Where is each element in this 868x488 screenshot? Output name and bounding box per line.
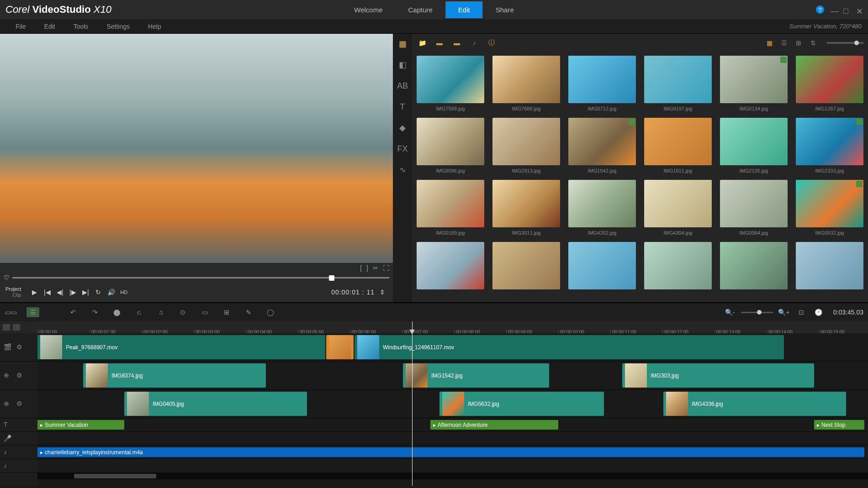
gear-icon[interactable]: ⚙	[16, 372, 25, 380]
zoom-in-icon[interactable]: 🔍+	[778, 307, 790, 317]
filter-fx-icon[interactable]: FX	[396, 142, 409, 155]
volume-icon[interactable]: 🔊	[106, 287, 116, 297]
timeline-tracks[interactable]: 00:00:0000:00:01:0000:00:02:0000:00:03:0…	[37, 321, 868, 486]
audio-filter-icon[interactable]: ♪	[469, 38, 480, 47]
title-icon[interactable]: T	[396, 100, 409, 113]
play-icon[interactable]: ▶	[29, 287, 39, 297]
clip[interactable]: Windsurfing_124961107.mov	[355, 335, 784, 359]
library-thumb[interactable]: IMG0134.jpg	[720, 56, 788, 111]
clip[interactable]: ▸chantellebarry_letsplayinstrumental.m4a	[37, 447, 864, 457]
close-icon[interactable]: ✕	[856, 6, 863, 13]
preview-mode-label[interactable]: Project Clip	[5, 286, 21, 298]
mark-in-icon[interactable]: [	[360, 264, 362, 272]
library-thumb[interactable]: IMG1611.jpg	[644, 118, 712, 173]
library-thumb[interactable]: IMG4202.jpg	[568, 180, 636, 236]
scrub-handle[interactable]	[329, 275, 334, 281]
fullscreen-icon[interactable]: ⛶	[383, 264, 389, 272]
zoom-out-icon[interactable]: 🔍-	[724, 307, 736, 317]
next-frame-icon[interactable]: |▶	[68, 287, 78, 297]
pan-zoom-icon[interactable]: ◯	[264, 307, 277, 317]
track-voice[interactable]	[37, 432, 868, 446]
track-music[interactable]: ▸chantellebarry_letsplayinstrumental.m4a	[37, 446, 868, 459]
menu-edit[interactable]: Edit	[35, 23, 64, 30]
clip[interactable]	[326, 335, 354, 359]
track-header-music[interactable]: ♪	[0, 446, 37, 459]
track-overlay[interactable]: IMG0405.jpgIMG5632.jpgIMG4336.jpg	[37, 390, 868, 418]
clip[interactable]: IMG5632.jpg	[439, 392, 604, 416]
mark-out-icon[interactable]: ]	[366, 264, 368, 272]
library-thumb[interactable]	[796, 242, 863, 292]
gear-icon[interactable]: ⚙	[16, 343, 25, 352]
hd-toggle[interactable]: HD	[119, 287, 129, 297]
library-thumb[interactable]: IMG3011.jpg	[492, 180, 560, 236]
mixer-icon[interactable]: ⎌	[132, 307, 145, 317]
transitions-icon[interactable]: AB	[396, 79, 409, 92]
media-tab-icon[interactable]: ▦	[396, 37, 409, 50]
clock-icon[interactable]: 🕐	[812, 307, 825, 317]
library-thumb[interactable]: IMG0532.jpg	[796, 180, 863, 236]
redo-icon[interactable]: ↷	[89, 307, 101, 317]
thumb-size-slider[interactable]	[827, 42, 863, 44]
track-overlay[interactable]: IMG8374.jpgIMG1542.jpgIMG303.jpg	[37, 362, 868, 390]
tab-edit[interactable]: Edit	[445, 1, 483, 18]
track-header-overlay[interactable]: ⊕⚙	[0, 390, 37, 418]
track-motion-icon[interactable]: ⊙	[176, 307, 189, 317]
menu-help[interactable]: Help	[139, 23, 170, 30]
split-icon[interactable]: ✂	[373, 264, 378, 272]
record-icon[interactable]: ⬤	[111, 307, 123, 317]
mask-icon[interactable]: ✎	[242, 307, 255, 317]
library-thumb[interactable]	[492, 242, 560, 292]
track-header-voice[interactable]: 🎤	[0, 432, 37, 446]
library-thumb[interactable]	[417, 242, 484, 292]
library-thumb[interactable]: IMG2135.jpg	[720, 118, 788, 173]
storyboard-view-icon[interactable]: ▭▭	[5, 307, 17, 317]
undo-icon[interactable]: ↶	[67, 307, 79, 317]
subtitle-icon[interactable]: ▭	[198, 307, 211, 317]
prev-frame-icon[interactable]: ◀|	[55, 287, 65, 297]
tab-capture[interactable]: Capture	[395, 1, 445, 18]
clip[interactable]: IMG4336.jpg	[663, 392, 846, 416]
track-title[interactable]: ▸Summer Vacation▸Afternoon Adventure▸Nex…	[37, 418, 868, 432]
folder-yellow2-icon[interactable]: ▬	[451, 38, 462, 47]
track-header-music2[interactable]: ♪	[0, 459, 37, 473]
start-icon[interactable]: |◀	[42, 287, 52, 297]
library-thumb[interactable]: IMG1542.jpg	[568, 118, 636, 173]
timeline-view-icon[interactable]: ☰	[26, 307, 39, 317]
path-icon[interactable]: ∿	[396, 163, 409, 176]
tab-share[interactable]: Share	[483, 1, 527, 18]
library-thumb[interactable]: IMG8197.jpg	[644, 56, 712, 111]
library-thumb[interactable]	[720, 242, 788, 292]
library-thumb[interactable]: IMG4304.jpg	[644, 180, 712, 236]
preview-scrub[interactable]: ♡	[0, 273, 393, 282]
preview-viewport[interactable]	[0, 34, 393, 263]
clip[interactable]: IMG8374.jpg	[83, 363, 266, 388]
menu-tools[interactable]: Tools	[64, 23, 98, 30]
library-thumb[interactable]: IMG7688.jpg	[492, 56, 560, 111]
library-thumb[interactable]: IMG9596.jpg	[417, 118, 484, 173]
library-thumb[interactable]: IMG0712.jpg	[568, 56, 636, 111]
end-icon[interactable]: ▶|	[80, 287, 90, 297]
clip[interactable]: ▸Next Stop	[814, 420, 864, 430]
help-bubble-icon[interactable]: ⓘ	[486, 38, 497, 47]
track-header-title[interactable]: T	[0, 418, 37, 432]
import-folder-icon[interactable]: 📁	[417, 38, 428, 47]
library-thumb[interactable]: IMG2913.jpg	[492, 118, 560, 173]
track-toggle-icon[interactable]	[3, 324, 10, 331]
library-thumb[interactable]	[568, 242, 636, 292]
library-thumb[interactable]: IMG0189.jpg	[417, 180, 484, 236]
folder-yellow-icon[interactable]: ▬	[434, 38, 445, 47]
clip[interactable]: Peak_97688907.mov	[37, 335, 325, 359]
clip[interactable]: ▸Summer Vacation	[37, 420, 124, 430]
library-thumb[interactable]: IMG0064.jpg	[720, 180, 788, 236]
library-thumb[interactable]	[644, 242, 712, 292]
instant-project-icon[interactable]: ◧	[396, 58, 409, 71]
help-icon[interactable]: ?	[816, 5, 824, 14]
library-thumb[interactable]: IMG1267.jpg	[796, 56, 863, 111]
minimize-icon[interactable]: —	[831, 6, 837, 13]
gear-icon[interactable]: ⚙	[16, 400, 25, 408]
track-header-overlay[interactable]: ⊕⚙	[0, 362, 37, 390]
timeline-ruler[interactable]: 00:00:0000:00:01:0000:00:02:0000:00:03:0…	[37, 321, 868, 333]
view-thumb-icon[interactable]: ▦	[764, 38, 775, 47]
menu-settings[interactable]: Settings	[97, 23, 139, 30]
library-thumb[interactable]: IMG2333.jpg	[796, 118, 863, 173]
